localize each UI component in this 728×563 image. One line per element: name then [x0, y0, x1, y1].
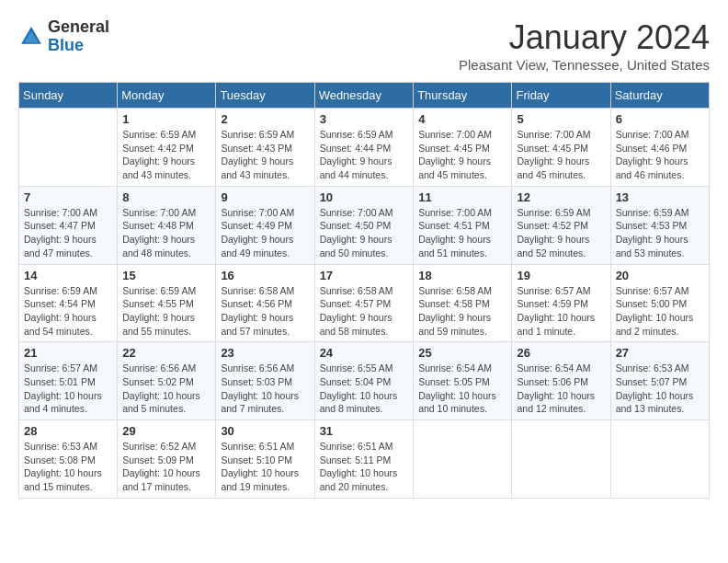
- day-info: Sunrise: 6:56 AMSunset: 5:02 PMDaylight:…: [122, 362, 210, 416]
- week-row-5: 28Sunrise: 6:53 AMSunset: 5:08 PMDayligh…: [19, 420, 710, 499]
- calendar-cell: [610, 420, 709, 499]
- weekday-header-thursday: Thursday: [414, 83, 512, 109]
- calendar-cell: [512, 420, 610, 499]
- calendar-cell: 7Sunrise: 7:00 AMSunset: 4:47 PMDaylight…: [19, 186, 118, 264]
- month-title: January 2024: [459, 18, 710, 57]
- day-info: Sunrise: 6:59 AMSunset: 4:55 PMDaylight:…: [122, 284, 210, 339]
- calendar-cell: 21Sunrise: 6:57 AMSunset: 5:01 PMDayligh…: [19, 342, 118, 420]
- day-info: Sunrise: 6:59 AMSunset: 4:54 PMDaylight:…: [24, 284, 112, 339]
- calendar-cell: 9Sunrise: 7:00 AMSunset: 4:49 PMDaylight…: [216, 186, 314, 264]
- calendar-cell: 16Sunrise: 6:58 AMSunset: 4:56 PMDayligh…: [216, 264, 314, 342]
- weekday-header-tuesday: Tuesday: [216, 83, 314, 109]
- day-number: 9: [221, 190, 309, 204]
- weekday-header-monday: Monday: [118, 83, 216, 109]
- day-number: 20: [616, 269, 704, 282]
- calendar-cell: 19Sunrise: 6:57 AMSunset: 4:59 PMDayligh…: [512, 264, 610, 342]
- day-number: 26: [517, 346, 605, 360]
- title-area: January 2024 Pleasant View, Tennessee, U…: [459, 18, 710, 73]
- weekday-header-saturday: Saturday: [610, 83, 709, 109]
- day-number: 6: [616, 112, 704, 126]
- day-info: Sunrise: 6:59 AMSunset: 4:42 PMDaylight:…: [122, 128, 210, 182]
- day-info: Sunrise: 6:56 AMSunset: 5:03 PMDaylight:…: [221, 362, 309, 416]
- week-row-3: 14Sunrise: 6:59 AMSunset: 4:54 PMDayligh…: [19, 264, 710, 342]
- day-info: Sunrise: 6:54 AMSunset: 5:05 PMDaylight:…: [418, 362, 506, 416]
- calendar-cell: [19, 109, 118, 187]
- day-info: Sunrise: 6:53 AMSunset: 5:08 PMDaylight:…: [24, 440, 112, 494]
- day-number: 29: [122, 424, 210, 438]
- calendar-cell: 15Sunrise: 6:59 AMSunset: 4:55 PMDayligh…: [118, 264, 216, 342]
- day-number: 28: [24, 424, 112, 438]
- day-number: 25: [418, 346, 506, 360]
- day-info: Sunrise: 7:00 AMSunset: 4:51 PMDaylight:…: [418, 206, 506, 260]
- calendar-cell: 5Sunrise: 7:00 AMSunset: 4:45 PMDaylight…: [512, 109, 610, 187]
- day-number: 11: [418, 190, 506, 204]
- calendar-cell: 24Sunrise: 6:55 AMSunset: 5:04 PMDayligh…: [314, 342, 414, 420]
- weekday-header-sunday: Sunday: [19, 83, 118, 109]
- day-number: 27: [616, 346, 704, 360]
- day-info: Sunrise: 6:51 AMSunset: 5:10 PMDaylight:…: [221, 440, 309, 494]
- day-number: 15: [122, 269, 210, 282]
- day-info: Sunrise: 7:00 AMSunset: 4:45 PMDaylight:…: [517, 128, 605, 182]
- day-number: 21: [24, 346, 112, 360]
- day-info: Sunrise: 6:54 AMSunset: 5:06 PMDaylight:…: [517, 362, 605, 416]
- calendar-cell: 30Sunrise: 6:51 AMSunset: 5:10 PMDayligh…: [216, 420, 314, 499]
- calendar-cell: 11Sunrise: 7:00 AMSunset: 4:51 PMDayligh…: [414, 186, 512, 264]
- day-info: Sunrise: 6:58 AMSunset: 4:56 PMDaylight:…: [221, 284, 309, 339]
- calendar-cell: 12Sunrise: 6:59 AMSunset: 4:52 PMDayligh…: [512, 186, 610, 264]
- day-number: 30: [221, 424, 309, 438]
- day-info: Sunrise: 7:00 AMSunset: 4:45 PMDaylight:…: [418, 128, 506, 182]
- calendar-cell: 26Sunrise: 6:54 AMSunset: 5:06 PMDayligh…: [512, 342, 610, 420]
- day-number: 22: [122, 346, 210, 360]
- day-number: 4: [418, 112, 506, 126]
- calendar-cell: 8Sunrise: 7:00 AMSunset: 4:48 PMDaylight…: [118, 186, 216, 264]
- calendar-cell: 3Sunrise: 6:59 AMSunset: 4:44 PMDaylight…: [314, 109, 414, 187]
- day-number: 12: [517, 190, 605, 204]
- day-info: Sunrise: 6:58 AMSunset: 4:57 PMDaylight:…: [320, 284, 409, 339]
- day-number: 3: [320, 112, 409, 126]
- day-number: 23: [221, 346, 309, 360]
- day-number: 8: [122, 190, 210, 204]
- day-number: 7: [24, 190, 112, 204]
- weekday-header-wednesday: Wednesday: [314, 83, 414, 109]
- day-info: Sunrise: 7:00 AMSunset: 4:48 PMDaylight:…: [122, 206, 210, 260]
- day-info: Sunrise: 7:00 AMSunset: 4:49 PMDaylight:…: [221, 206, 309, 260]
- calendar-cell: 13Sunrise: 6:59 AMSunset: 4:53 PMDayligh…: [610, 186, 709, 264]
- header: General Blue January 2024 Pleasant View,…: [18, 18, 710, 73]
- day-number: 10: [320, 190, 409, 204]
- day-number: 17: [320, 269, 409, 282]
- calendar-cell: 29Sunrise: 6:52 AMSunset: 5:09 PMDayligh…: [118, 420, 216, 499]
- day-number: 31: [320, 424, 409, 438]
- weekday-header-row: SundayMondayTuesdayWednesdayThursdayFrid…: [19, 83, 710, 109]
- day-info: Sunrise: 7:00 AMSunset: 4:46 PMDaylight:…: [616, 128, 704, 182]
- day-number: 14: [24, 269, 112, 282]
- calendar-cell: 2Sunrise: 6:59 AMSunset: 4:43 PMDaylight…: [216, 109, 314, 187]
- day-info: Sunrise: 6:53 AMSunset: 5:07 PMDaylight:…: [616, 362, 704, 416]
- calendar-cell: 6Sunrise: 7:00 AMSunset: 4:46 PMDaylight…: [610, 109, 709, 187]
- day-info: Sunrise: 6:59 AMSunset: 4:44 PMDaylight:…: [320, 128, 409, 182]
- week-row-2: 7Sunrise: 7:00 AMSunset: 4:47 PMDaylight…: [19, 186, 710, 264]
- day-number: 16: [221, 269, 309, 282]
- calendar-cell: 17Sunrise: 6:58 AMSunset: 4:57 PMDayligh…: [314, 264, 414, 342]
- logo-text: General Blue: [48, 18, 109, 55]
- day-info: Sunrise: 6:51 AMSunset: 5:11 PMDaylight:…: [320, 440, 409, 494]
- day-info: Sunrise: 7:00 AMSunset: 4:47 PMDaylight:…: [24, 206, 112, 260]
- calendar-cell: 25Sunrise: 6:54 AMSunset: 5:05 PMDayligh…: [414, 342, 512, 420]
- calendar-cell: 4Sunrise: 7:00 AMSunset: 4:45 PMDaylight…: [414, 109, 512, 187]
- day-info: Sunrise: 6:59 AMSunset: 4:53 PMDaylight:…: [616, 206, 704, 260]
- week-row-4: 21Sunrise: 6:57 AMSunset: 5:01 PMDayligh…: [19, 342, 710, 420]
- day-number: 24: [320, 346, 409, 360]
- calendar-cell: 27Sunrise: 6:53 AMSunset: 5:07 PMDayligh…: [610, 342, 709, 420]
- calendar: SundayMondayTuesdayWednesdayThursdayFrid…: [18, 82, 710, 499]
- calendar-cell: 10Sunrise: 7:00 AMSunset: 4:50 PMDayligh…: [314, 186, 414, 264]
- day-info: Sunrise: 6:55 AMSunset: 5:04 PMDaylight:…: [320, 362, 409, 416]
- day-number: 13: [616, 190, 704, 204]
- day-number: 5: [517, 112, 605, 126]
- calendar-cell: 18Sunrise: 6:58 AMSunset: 4:58 PMDayligh…: [414, 264, 512, 342]
- day-info: Sunrise: 6:57 AMSunset: 4:59 PMDaylight:…: [517, 284, 605, 339]
- calendar-cell: 14Sunrise: 6:59 AMSunset: 4:54 PMDayligh…: [19, 264, 118, 342]
- day-info: Sunrise: 6:57 AMSunset: 5:00 PMDaylight:…: [616, 284, 704, 339]
- weekday-header-friday: Friday: [512, 83, 610, 109]
- day-number: 19: [517, 269, 605, 282]
- calendar-cell: 23Sunrise: 6:56 AMSunset: 5:03 PMDayligh…: [216, 342, 314, 420]
- logo-icon: [18, 24, 44, 50]
